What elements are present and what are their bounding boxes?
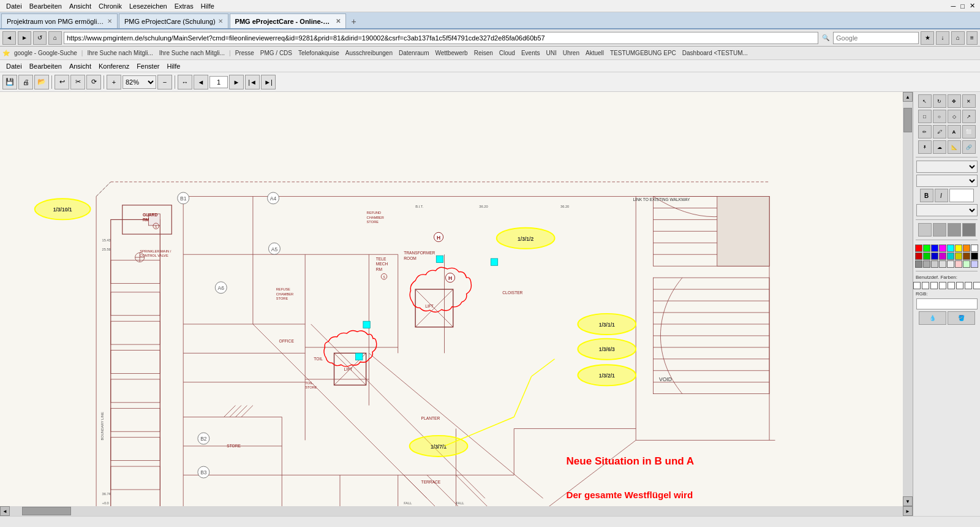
bookmark-5[interactable]: Telefonakquise xyxy=(296,49,341,57)
undo-tool[interactable]: ↩ xyxy=(55,75,69,89)
color-cell[interactable] xyxy=(923,260,930,268)
panel-measure-tool[interactable]: 📐 xyxy=(948,140,961,154)
panel-rect-tool[interactable]: □ xyxy=(918,110,932,123)
color-cell[interactable] xyxy=(963,245,970,252)
back-button[interactable]: ◄ xyxy=(2,31,16,45)
panel-eraser-tool[interactable]: ⬜ xyxy=(962,125,976,138)
tab-1[interactable]: PMG eProjectCare (Schulung) ✕ xyxy=(119,13,228,28)
panel-pen-tool[interactable]: ✏ xyxy=(918,125,932,138)
tab-0[interactable]: Projektraum von PMG ermöglicht,... ✕ xyxy=(1,13,118,28)
scroll-right-button[interactable]: ► xyxy=(903,506,913,516)
bookmark-4[interactable]: PMG / CDS xyxy=(258,49,294,57)
color-cell[interactable] xyxy=(963,252,970,260)
rotate-tool[interactable]: ⟳ xyxy=(86,75,101,89)
custom-color-3[interactable] xyxy=(930,282,938,289)
custom-color-5[interactable] xyxy=(948,282,955,289)
bookmark-6[interactable]: Ausschreibungen xyxy=(344,49,394,57)
app-menu-fenster[interactable]: Fenster xyxy=(133,62,163,70)
bookmark-star[interactable]: ★ xyxy=(921,31,934,45)
panel-stamp-tool[interactable]: 🖈 xyxy=(918,140,932,154)
color-cell[interactable] xyxy=(955,245,962,252)
color-cell[interactable] xyxy=(971,252,978,260)
scroll-thumb-h[interactable] xyxy=(22,507,71,515)
prev-page-tool[interactable]: ◄ xyxy=(194,75,208,89)
color-cell[interactable] xyxy=(931,260,938,268)
browser-menu-ansicht[interactable]: Ansicht xyxy=(66,2,95,10)
color-cell[interactable] xyxy=(923,252,930,260)
browser-menu-datei[interactable]: Datei xyxy=(2,2,26,10)
custom-color-7[interactable] xyxy=(965,282,972,289)
zoom-in-tool[interactable]: + xyxy=(107,75,121,89)
redo-tool[interactable]: ✂ xyxy=(70,75,85,89)
panel-move-tool[interactable]: ✥ xyxy=(948,94,961,108)
panel-ellipse-tool[interactable]: ○ xyxy=(933,110,946,123)
canvas-area[interactable]: B1 A4 A5 A6 B2 B3 GUARD RM S SPRINKLER M… xyxy=(0,92,903,506)
color-cell[interactable] xyxy=(923,245,930,252)
tab-close-2[interactable]: ✕ xyxy=(336,18,341,25)
reload-button[interactable]: ↺ xyxy=(33,31,47,45)
window-minimize[interactable]: ─ xyxy=(949,2,959,10)
forward-button[interactable]: ► xyxy=(18,31,31,45)
home-button[interactable]: ⌂ xyxy=(48,31,62,45)
window-close[interactable]: ✕ xyxy=(967,2,978,10)
app-menu-hilfe[interactable]: Hilfe xyxy=(163,62,184,70)
rgb-input[interactable] xyxy=(916,298,978,309)
panel-dropdown-2[interactable] xyxy=(916,175,978,187)
bookmark-12[interactable]: UNI xyxy=(545,49,559,57)
tab-close-1[interactable]: ✕ xyxy=(218,18,223,25)
custom-color-8[interactable] xyxy=(973,282,981,289)
eyedropper-btn[interactable]: 💧 xyxy=(919,311,946,325)
first-page-tool[interactable]: |◄ xyxy=(245,75,260,89)
save-tool[interactable]: 💾 xyxy=(2,75,17,89)
panel-style-2[interactable] xyxy=(933,223,946,237)
color-cell[interactable] xyxy=(947,245,954,252)
browser-menu-extras[interactable]: Extras xyxy=(171,2,197,10)
add-tab-button[interactable]: + xyxy=(347,15,361,28)
color-cell[interactable] xyxy=(915,252,922,260)
bookmark-2[interactable]: Ihre Suche nach Mitgli... xyxy=(157,49,227,57)
bookmark-14[interactable]: Aktuell xyxy=(584,49,606,57)
address-input[interactable] xyxy=(64,32,818,44)
panel-dropdown-1[interactable] xyxy=(916,161,978,173)
bookmark-3[interactable]: Presse xyxy=(233,49,256,57)
color-cell[interactable] xyxy=(963,260,970,268)
panel-close-tool[interactable]: ✕ xyxy=(962,94,976,108)
app-menu-konferenz[interactable]: Konferenz xyxy=(95,62,133,70)
app-menu-datei[interactable]: Datei xyxy=(2,62,26,70)
color-cell[interactable] xyxy=(971,245,978,252)
search-input[interactable] xyxy=(833,32,919,44)
panel-bold-btn[interactable]: B xyxy=(920,189,933,202)
page-number-input[interactable] xyxy=(209,76,228,88)
zoom-select[interactable]: 82% xyxy=(123,75,156,89)
bookmark-8[interactable]: Wettbewerb xyxy=(433,49,469,57)
color-cell[interactable] xyxy=(931,252,938,260)
fill-btn[interactable]: 🪣 xyxy=(948,311,975,325)
panel-rotate-tool[interactable]: ↻ xyxy=(933,94,946,108)
bookmark-13[interactable]: Uhren xyxy=(561,49,581,57)
fit-tool[interactable]: ↔ xyxy=(178,75,192,89)
print-tool[interactable]: 🖨 xyxy=(18,75,33,89)
panel-select-tool[interactable]: ↖ xyxy=(918,94,932,108)
browser-menu-chronik[interactable]: Chronik xyxy=(95,2,126,10)
menu-btn[interactable]: ≡ xyxy=(967,31,978,45)
bookmark-7[interactable]: Datenraum xyxy=(397,49,431,57)
browser-menu-bearbeiten[interactable]: Bearbeiten xyxy=(26,2,66,10)
bookmark-16[interactable]: Dashboard <TESTUM... xyxy=(680,49,750,57)
download-btn[interactable]: ↓ xyxy=(936,31,949,45)
panel-cloud-tool[interactable]: ☁ xyxy=(933,140,946,154)
panel-style-4[interactable] xyxy=(962,223,976,237)
app-menu-ansicht[interactable]: Ansicht xyxy=(66,62,95,70)
browser-menu-hilfe[interactable]: Hilfe xyxy=(197,2,218,10)
next-page-tool[interactable]: ► xyxy=(229,75,244,89)
color-cell[interactable] xyxy=(955,260,962,268)
color-cell[interactable] xyxy=(947,252,954,260)
scroll-thumb-v[interactable] xyxy=(903,108,912,132)
custom-color-2[interactable] xyxy=(922,282,929,289)
browser-menu-lesezeichen[interactable]: Lesezeichen xyxy=(126,2,171,10)
last-page-tool[interactable]: ►| xyxy=(261,75,276,89)
panel-diamond-tool[interactable]: ◇ xyxy=(948,110,961,123)
color-cell[interactable] xyxy=(955,252,962,260)
color-cell[interactable] xyxy=(939,245,946,252)
bookmark-1[interactable]: Ihre Suche nach Mitgli... xyxy=(85,49,154,57)
color-cell[interactable] xyxy=(971,260,978,268)
